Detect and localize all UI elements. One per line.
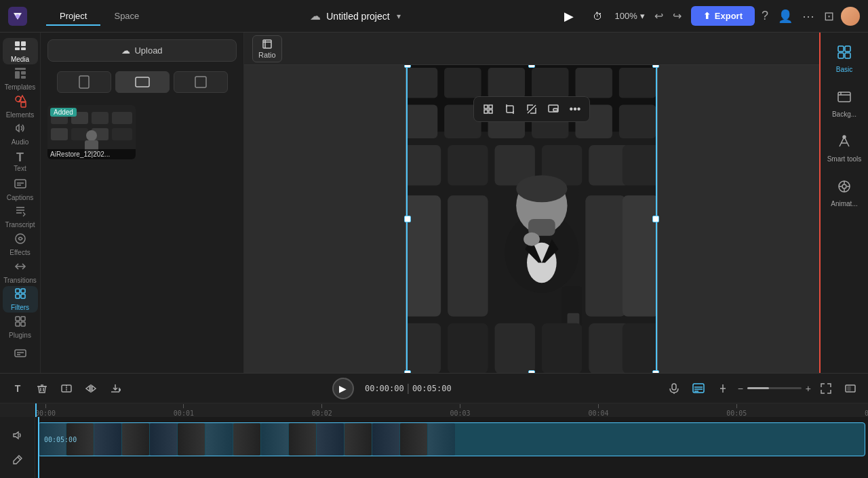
video-track[interactable]: 00:05:00: [38, 422, 865, 456]
zoom-track[interactable]: [747, 387, 802, 389]
time-separator: |: [407, 382, 410, 395]
sidebar-item-plugins[interactable]: Plugins: [3, 314, 38, 340]
sidebar-item-filters[interactable]: Filters: [3, 286, 38, 313]
ruler-mark-6: 00:06: [865, 404, 868, 417]
play-button-top[interactable]: ▶: [558, 5, 580, 27]
share-icon[interactable]: 👤: [778, 9, 793, 24]
tab-project[interactable]: Project: [46, 7, 100, 25]
upload-button[interactable]: ☁ Upload: [47, 39, 237, 62]
svg-rect-88: [408, 323, 441, 373]
svg-rect-95: [838, 46, 844, 52]
handle-rm[interactable]: [652, 216, 659, 222]
templates-label: Templates: [5, 84, 36, 91]
split-timeline-button[interactable]: [713, 379, 732, 398]
track-area: 00:05:00: [35, 417, 868, 478]
ruler-mark-0: 00:00: [35, 404, 56, 417]
cloud-icon: ☁: [310, 9, 321, 22]
captions-button-timeline[interactable]: [689, 379, 708, 398]
zoom-chevron-icon: ▾: [640, 11, 645, 21]
text-align-button[interactable]: T: [8, 379, 27, 398]
handle-bm[interactable]: [528, 370, 535, 373]
ruler-mark-3: 00:03: [450, 404, 471, 417]
flip-button[interactable]: [81, 379, 100, 398]
track-thumb-1: [39, 423, 66, 456]
handle-tm[interactable]: [528, 65, 535, 68]
svg-rect-62: [532, 68, 569, 98]
export-button[interactable]: ⬆ Export: [691, 6, 755, 26]
right-panel: Basic Backg... Smart tools: [819, 33, 868, 373]
crop-button[interactable]: [500, 100, 520, 119]
right-panel-background[interactable]: Backg...: [823, 83, 865, 125]
edit-button[interactable]: [8, 450, 27, 469]
sidebar-item-transitions[interactable]: Transitions: [3, 258, 38, 285]
right-panel-animate[interactable]: Animat...: [823, 172, 865, 214]
fullscreen-button[interactable]: [841, 379, 860, 398]
zoom-in-button[interactable]: +: [806, 383, 811, 394]
total-time: 00:05:00: [412, 384, 452, 393]
sidebar-item-subtitles[interactable]: [3, 341, 38, 367]
project-name[interactable]: Untitled project: [326, 11, 389, 22]
handle-tl[interactable]: [404, 65, 411, 68]
app-logo[interactable]: [8, 7, 27, 26]
expand-button[interactable]: [816, 379, 835, 398]
ruler-mark-2: 00:02: [312, 404, 332, 417]
play-button-timeline[interactable]: ▶: [332, 378, 354, 399]
media-item[interactable]: Added AiRestore_12|202...: [47, 105, 136, 159]
more-options-button[interactable]: •••: [565, 100, 585, 119]
view-tab-landscape[interactable]: [115, 71, 170, 93]
zoom-control[interactable]: 100% ▾: [615, 11, 645, 21]
view-tab-portrait[interactable]: [57, 71, 111, 93]
timer-button[interactable]: ⏱: [587, 5, 608, 27]
layout-icon[interactable]: ⊡: [824, 9, 834, 24]
help-icon[interactable]: ?: [762, 9, 768, 23]
topbar-left: Project Space: [8, 7, 153, 26]
undo-button[interactable]: ↩: [652, 7, 666, 25]
sidebar-item-audio[interactable]: Audio: [3, 121, 38, 147]
split-button[interactable]: [57, 379, 76, 398]
sidebar-item-effects[interactable]: Effects: [3, 231, 38, 258]
volume-button[interactable]: [8, 426, 27, 445]
avatar[interactable]: [841, 7, 860, 26]
handle-tr[interactable]: [652, 65, 659, 68]
svg-rect-7: [21, 71, 26, 75]
sidebar-item-text[interactable]: T Text: [3, 148, 38, 175]
download-button[interactable]: [106, 379, 125, 398]
zoom-out-button[interactable]: −: [738, 383, 743, 394]
picture-in-picture-button[interactable]: [543, 100, 564, 119]
handle-br[interactable]: [652, 370, 659, 373]
tab-space[interactable]: Space: [100, 7, 153, 25]
svg-point-94: [524, 233, 540, 246]
ratio-button[interactable]: Ratio: [252, 35, 282, 62]
svg-rect-8: [21, 76, 26, 79]
fit-button[interactable]: [478, 100, 498, 119]
svg-rect-49: [489, 110, 492, 113]
sidebar-item-transcript[interactable]: Transcript: [3, 203, 38, 230]
right-panel-basic[interactable]: Basic: [823, 38, 865, 80]
elements-label: Elements: [6, 112, 35, 119]
svg-point-0: [16, 14, 20, 18]
svg-rect-93: [623, 323, 656, 373]
svg-rect-41: [112, 128, 132, 140]
redo-button[interactable]: ↪: [670, 7, 684, 25]
sidebar-item-templates[interactable]: Templates: [3, 66, 38, 92]
svg-rect-60: [444, 68, 481, 98]
sidebar-item-elements[interactable]: Elements: [3, 93, 38, 119]
svg-rect-89: [448, 323, 488, 373]
view-tab-square[interactable]: [174, 71, 228, 93]
sidebar-item-media[interactable]: Media: [3, 38, 38, 64]
effects-icon: [14, 232, 27, 247]
transcript-icon: [14, 204, 27, 220]
smart-tools-icon: [837, 134, 852, 153]
mic-button[interactable]: [665, 379, 684, 398]
plugins-icon: [14, 315, 27, 330]
sidebar-item-captions[interactable]: Captions: [3, 176, 38, 202]
right-panel-smart-tools[interactable]: Smart tools: [823, 127, 865, 170]
zoom-fill: [747, 387, 769, 389]
resize-button[interactable]: [521, 100, 542, 119]
chevron-down-icon[interactable]: ▾: [397, 12, 401, 21]
handle-lm[interactable]: [404, 216, 411, 222]
delete-button[interactable]: [33, 379, 52, 398]
handle-bl[interactable]: [404, 370, 411, 373]
svg-rect-47: [484, 105, 488, 108]
more-icon[interactable]: ⋯: [802, 9, 814, 24]
